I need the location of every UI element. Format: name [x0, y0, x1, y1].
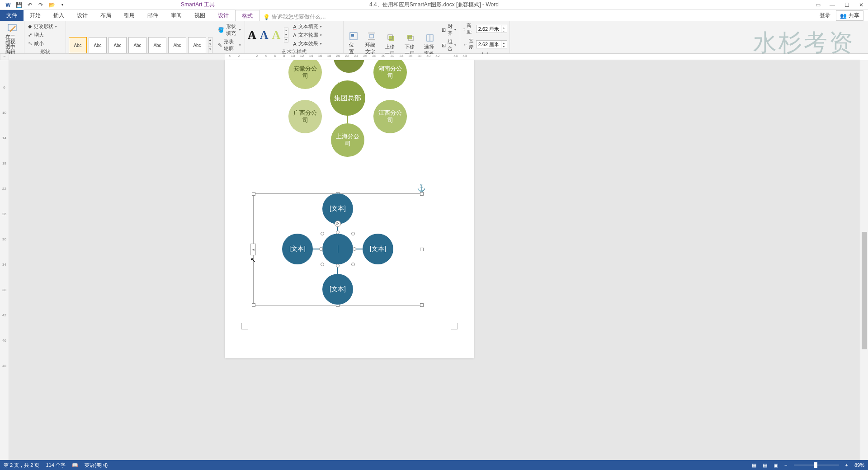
- undo-icon[interactable]: ↶: [26, 1, 33, 9]
- vertical-ruler[interactable]: 61014182226303438424648: [0, 60, 9, 460]
- width-input[interactable]: ▴▾: [476, 40, 507, 48]
- diagram2-node-top[interactable]: [文本]: [322, 193, 353, 224]
- zoom-out-button[interactable]: −: [784, 462, 787, 468]
- tab-view[interactable]: 视图: [188, 10, 212, 21]
- smaller-icon: ⤡: [28, 41, 32, 47]
- tab-home[interactable]: 开始: [24, 10, 47, 21]
- style-item-2[interactable]: Abc: [89, 37, 107, 53]
- diagram1-node-anhui[interactable]: 安徽分公司: [288, 60, 322, 89]
- redo-icon[interactable]: ↷: [37, 1, 44, 9]
- language-status[interactable]: 英语(美国): [85, 462, 108, 469]
- text-effects-button[interactable]: A文本效果 ▾: [292, 40, 322, 47]
- wordart-gallery[interactable]: A A A ▴▾▾: [248, 28, 288, 42]
- style-item-4[interactable]: Abc: [128, 37, 146, 53]
- login-link[interactable]: 登录: [820, 12, 830, 19]
- height-icon: ↕: [463, 27, 465, 32]
- minimize-button[interactable]: —: [827, 1, 837, 9]
- wordart-style-1[interactable]: A: [248, 28, 256, 42]
- text-outline-button[interactable]: A文本轮廓 ▾: [292, 31, 322, 39]
- text-fill-button[interactable]: A文本填充 ▾: [292, 23, 322, 30]
- node-handle-nw[interactable]: [321, 232, 324, 235]
- vertical-scrollbar[interactable]: [860, 60, 868, 460]
- diagram1-node-guangxi[interactable]: 广西分公司: [288, 100, 322, 133]
- tab-file[interactable]: 文件: [0, 10, 24, 21]
- diagram2-right-text: [文本]: [370, 245, 386, 253]
- node-handle-e[interactable]: [353, 247, 356, 251]
- share-button[interactable]: 👥 共享: [836, 10, 863, 21]
- scrollbar-thumb[interactable]: [862, 232, 867, 349]
- zoom-in-button[interactable]: +: [845, 462, 848, 468]
- node-handle-sw[interactable]: [321, 263, 324, 266]
- shape-fill-button[interactable]: 🪣形状填充 ▾: [217, 23, 242, 37]
- style-item-5[interactable]: Abc: [148, 37, 166, 53]
- tab-layout[interactable]: 布局: [94, 10, 118, 21]
- smartart-diagram-2[interactable]: [文本] [文本] [文本] [文本] ⟳: [253, 193, 422, 306]
- shape-fill-label: 形状填充: [226, 23, 237, 37]
- view-print-layout-icon[interactable]: ▤: [763, 462, 767, 468]
- svg-rect-8: [407, 35, 412, 39]
- style-item-1[interactable]: Abc: [69, 37, 87, 53]
- style-item-6[interactable]: Abc: [168, 37, 186, 53]
- diagram1-node-shanghai[interactable]: 上海分公司: [331, 123, 364, 157]
- document-area[interactable]: 集团总部 安徽分公司 湖南分公司 广西分公司 江西分公司 上海分公司 ⚓ ◂: [9, 60, 860, 460]
- qat-dropdown-icon[interactable]: ▾: [59, 1, 66, 9]
- page-status[interactable]: 第 2 页，共 2 页: [4, 462, 39, 469]
- node-handle-n[interactable]: [336, 230, 340, 234]
- shape-outline-button[interactable]: ✎形状轮廓 ▾: [217, 38, 242, 52]
- maximize-button[interactable]: ☐: [842, 1, 852, 9]
- diagram1-node-hunan[interactable]: 湖南分公司: [373, 60, 407, 89]
- share-icon: 👥: [840, 13, 847, 19]
- group-button[interactable]: ⊡组合 ▾: [441, 38, 457, 52]
- diagram1-node-jiangxi[interactable]: 江西分公司: [373, 100, 407, 133]
- tab-smartart-format[interactable]: 格式: [235, 10, 259, 21]
- zoom-slider[interactable]: [794, 465, 839, 465]
- wordart-style-3[interactable]: A: [272, 28, 281, 42]
- style-item-7[interactable]: Abc: [188, 37, 206, 53]
- view-read-mode-icon[interactable]: ▦: [752, 462, 756, 468]
- save-icon[interactable]: 💾: [15, 1, 23, 9]
- tab-design[interactable]: 设计: [71, 10, 94, 21]
- tab-review[interactable]: 审阅: [165, 10, 188, 21]
- larger-button[interactable]: ⤢增大: [27, 31, 58, 39]
- context-tab-title: SmartArt 工具: [181, 1, 215, 9]
- diagram1-shanghai-text: 上海分公司: [331, 133, 364, 147]
- edit-in-2d-button[interactable]: 在二维视图中编辑: [3, 23, 21, 55]
- smaller-button[interactable]: ⤡减小: [27, 40, 58, 47]
- tab-insert[interactable]: 插入: [47, 10, 71, 21]
- gallery-more-button[interactable]: ▴▾▾: [208, 37, 212, 53]
- height-input[interactable]: ▴▾: [476, 25, 507, 33]
- zoom-level[interactable]: 89%: [854, 462, 864, 468]
- align-button[interactable]: ⊞对齐 ▾: [441, 23, 457, 37]
- horizontal-ruler[interactable]: 4224681012141618202224262830323436384042…: [9, 54, 860, 60]
- diagram2-node-bottom[interactable]: [文本]: [322, 274, 353, 305]
- change-shape-icon: ◆: [28, 24, 32, 29]
- wordart-style-2[interactable]: A: [260, 28, 269, 42]
- view-web-layout-icon[interactable]: ▣: [774, 462, 778, 468]
- word-count[interactable]: 114 个字: [46, 462, 65, 469]
- node-handle-ne[interactable]: [351, 232, 355, 235]
- style-item-3[interactable]: Abc: [108, 37, 127, 53]
- diagram2-node-left[interactable]: [文本]: [282, 234, 313, 264]
- ribbon-options-icon[interactable]: ▭: [813, 1, 823, 9]
- node-handle-s[interactable]: [336, 264, 340, 268]
- text-fill-label: 文本填充: [298, 23, 318, 30]
- shape-style-gallery[interactable]: Abc Abc Abc Abc Abc Abc Abc ▴▾▾: [69, 37, 212, 53]
- tab-mailings[interactable]: 邮件: [141, 10, 165, 21]
- tab-smartart-design[interactable]: 设计: [212, 10, 235, 21]
- diagram1-center[interactable]: 集团总部: [330, 80, 365, 116]
- smartart-diagram-1[interactable]: 集团总部 安徽分公司 湖南分公司 广西分公司 江西分公司 上海分公司: [261, 60, 433, 164]
- spellcheck-icon[interactable]: 📖: [72, 462, 78, 468]
- diagram2-node-right[interactable]: [文本]: [363, 234, 393, 264]
- change-shape-button[interactable]: ◆更改形状 ▾: [27, 23, 58, 30]
- open-folder-icon[interactable]: 📂: [48, 1, 55, 9]
- diagram2-node-center[interactable]: [322, 234, 353, 264]
- tab-references[interactable]: 引用: [118, 10, 141, 21]
- rotate-handle[interactable]: ⟳: [335, 221, 341, 227]
- margin-marker-br: [451, 323, 458, 329]
- page: 集团总部 安徽分公司 湖南分公司 广西分公司 江西分公司 上海分公司 ⚓ ◂: [225, 60, 474, 358]
- close-button[interactable]: ✕: [856, 1, 866, 9]
- node-handle-se[interactable]: [351, 263, 355, 266]
- wordart-more-button[interactable]: ▴▾▾: [284, 28, 288, 42]
- node-handle-w[interactable]: [319, 247, 323, 251]
- tell-me-search[interactable]: 💡 告诉我您想要做什么…: [263, 13, 326, 21]
